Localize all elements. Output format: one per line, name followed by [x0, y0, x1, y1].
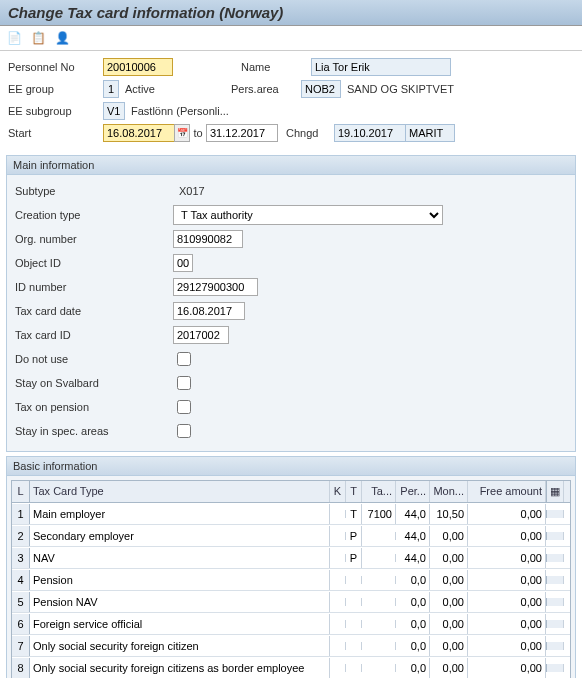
per-cell[interactable]: 44,0 — [396, 548, 430, 568]
tax-card-date-field[interactable]: 16.08.2017 — [173, 302, 245, 320]
do-not-use-checkbox[interactable] — [177, 352, 191, 366]
table-row[interactable]: 3NAVP44,00,000,00 — [12, 547, 570, 569]
pers-area-code: NOB2 — [301, 80, 341, 98]
row-num: 4 — [12, 570, 30, 590]
col-free-header[interactable]: Free amount — [468, 481, 546, 502]
ta-cell[interactable] — [362, 620, 396, 628]
col-type-header[interactable]: Tax Card Type — [30, 481, 330, 502]
k-cell[interactable] — [330, 598, 346, 606]
ta-cell[interactable] — [362, 554, 396, 562]
row-end — [546, 576, 564, 584]
t-cell[interactable] — [346, 664, 362, 672]
ee-subgroup-code: V1 — [103, 102, 125, 120]
spec-areas-checkbox[interactable] — [177, 424, 191, 438]
mon-cell[interactable]: 0,00 — [430, 526, 468, 546]
pension-checkbox[interactable] — [177, 400, 191, 414]
free-cell[interactable]: 0,00 — [468, 614, 546, 634]
chngd-by-field: MARIT — [405, 124, 455, 142]
mon-cell[interactable]: 0,00 — [430, 570, 468, 590]
window-title: Change Tax card information (Norway) — [0, 0, 582, 26]
tax-card-type-cell[interactable]: Pension — [30, 570, 330, 590]
tax-card-type-cell[interactable]: Foreign service official — [30, 614, 330, 634]
t-cell[interactable] — [346, 620, 362, 628]
table-row[interactable]: 8Only social security foreign citizens a… — [12, 657, 570, 678]
id-number-field[interactable]: 29127900300 — [173, 278, 258, 296]
col-l-header[interactable]: L — [12, 481, 30, 502]
col-per-header[interactable]: Per... — [396, 481, 430, 502]
mon-cell[interactable]: 0,00 — [430, 548, 468, 568]
t-cell[interactable] — [346, 642, 362, 650]
tax-card-type-cell[interactable]: Main employer — [30, 504, 330, 524]
k-cell[interactable] — [330, 642, 346, 650]
creation-type-select[interactable]: T Tax authority — [173, 205, 443, 225]
per-cell[interactable]: 0,0 — [396, 636, 430, 656]
free-cell[interactable]: 0,00 — [468, 592, 546, 612]
per-cell[interactable]: 44,0 — [396, 526, 430, 546]
tax-card-type-cell[interactable]: Secondary employer — [30, 526, 330, 546]
org-number-field[interactable]: 810990082 — [173, 230, 243, 248]
ta-cell[interactable] — [362, 598, 396, 606]
table-row[interactable]: 7Only social security foreign citizen0,0… — [12, 635, 570, 657]
per-cell[interactable]: 0,0 — [396, 658, 430, 678]
table-row[interactable]: 4Pension0,00,000,00 — [12, 569, 570, 591]
k-cell[interactable] — [330, 510, 346, 518]
table-row[interactable]: 5Pension NAV0,00,000,00 — [12, 591, 570, 613]
col-k-header[interactable]: K — [330, 481, 346, 502]
tax-card-type-cell[interactable]: Pension NAV — [30, 592, 330, 612]
start-date-field[interactable]: 16.08.2017 — [103, 124, 175, 142]
table-row[interactable]: 1Main employerT710044,010,500,00 — [12, 503, 570, 525]
mon-cell[interactable]: 0,00 — [430, 614, 468, 634]
date-picker-icon[interactable]: 📅 — [174, 124, 190, 142]
table-row[interactable]: 2Secondary employerP44,00,000,00 — [12, 525, 570, 547]
per-cell[interactable]: 0,0 — [396, 570, 430, 590]
tax-card-id-field[interactable]: 2017002 — [173, 326, 229, 344]
t-cell[interactable] — [346, 576, 362, 584]
ta-cell[interactable] — [362, 576, 396, 584]
t-cell[interactable]: P — [346, 548, 362, 568]
k-cell[interactable] — [330, 554, 346, 562]
ta-cell[interactable] — [362, 664, 396, 672]
mon-cell[interactable]: 0,00 — [430, 592, 468, 612]
k-cell[interactable] — [330, 532, 346, 540]
col-ta-header[interactable]: Ta... — [362, 481, 396, 502]
svalbard-checkbox[interactable] — [177, 376, 191, 390]
free-cell[interactable]: 0,00 — [468, 548, 546, 568]
free-cell[interactable]: 0,00 — [468, 570, 546, 590]
ta-cell[interactable] — [362, 532, 396, 540]
k-cell[interactable] — [330, 620, 346, 628]
col-t-header[interactable]: T — [346, 481, 362, 502]
mon-cell[interactable]: 0,00 — [430, 658, 468, 678]
per-cell[interactable]: 0,0 — [396, 614, 430, 634]
spec-areas-label: Stay in spec. areas — [15, 425, 153, 437]
tool-icon-3[interactable]: 👤 — [54, 30, 70, 46]
tax-card-type-cell[interactable]: Only social security foreign citizen — [30, 636, 330, 656]
t-cell[interactable]: P — [346, 526, 362, 546]
mon-cell[interactable]: 10,50 — [430, 504, 468, 524]
tool-icon-1[interactable]: 📄 — [6, 30, 22, 46]
tax-card-table: L Tax Card Type K T Ta... Per... Mon... … — [11, 480, 571, 678]
tool-icon-2[interactable]: 📋 — [30, 30, 46, 46]
tax-card-type-cell[interactable]: NAV — [30, 548, 330, 568]
col-mon-header[interactable]: Mon... — [430, 481, 468, 502]
free-cell[interactable]: 0,00 — [468, 658, 546, 678]
tax-card-type-cell[interactable]: Only social security foreign citizens as… — [30, 658, 330, 678]
k-cell[interactable] — [330, 576, 346, 584]
t-cell[interactable] — [346, 598, 362, 606]
k-cell[interactable] — [330, 664, 346, 672]
table-config-icon[interactable]: ▦ — [546, 481, 564, 502]
free-cell[interactable]: 0,00 — [468, 526, 546, 546]
object-id-field[interactable]: 00 — [173, 254, 193, 272]
personnel-no-field[interactable]: 20010006 — [103, 58, 173, 76]
tax-card-date-label: Tax card date — [15, 305, 153, 317]
pension-label: Tax on pension — [15, 401, 153, 413]
free-cell[interactable]: 0,00 — [468, 636, 546, 656]
t-cell[interactable]: T — [346, 504, 362, 524]
to-date-field[interactable]: 31.12.2017 — [206, 124, 278, 142]
per-cell[interactable]: 44,0 — [396, 504, 430, 524]
table-row[interactable]: 6Foreign service official0,00,000,00 — [12, 613, 570, 635]
ta-cell[interactable] — [362, 642, 396, 650]
per-cell[interactable]: 0,0 — [396, 592, 430, 612]
free-cell[interactable]: 0,00 — [468, 504, 546, 524]
mon-cell[interactable]: 0,00 — [430, 636, 468, 656]
ta-cell[interactable]: 7100 — [362, 504, 396, 524]
